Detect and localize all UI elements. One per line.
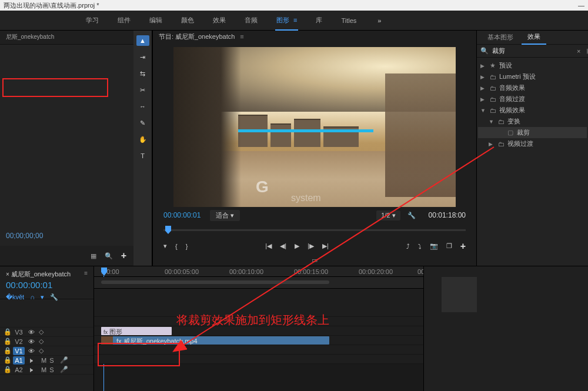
tool-hand[interactable]: ✋ bbox=[136, 134, 149, 145]
mic-icon[interactable]: 🎤 bbox=[60, 356, 68, 364]
add-marker-button[interactable]: ▾ bbox=[163, 242, 167, 250]
lock-icon[interactable]: 🔒 bbox=[4, 347, 9, 355]
clip-graphic[interactable]: fx 图形 bbox=[101, 327, 172, 335]
project-search-icon[interactable]: 🔍 bbox=[105, 252, 113, 260]
lock-icon[interactable]: 🔒 bbox=[4, 328, 9, 336]
track-a1[interactable]: 🔒A1🕨MS🎤 bbox=[0, 356, 93, 365]
play-button[interactable]: ▶ bbox=[295, 242, 299, 250]
mark-out-button[interactable]: } bbox=[186, 243, 188, 250]
toggle-icon[interactable]: ◇ bbox=[39, 328, 44, 336]
lock-icon[interactable]: 🔒 bbox=[4, 366, 9, 373]
program-monitor-panel: 节目: 威尼斯_onekeybatch ≡ G system 00:00:00:… bbox=[153, 31, 476, 266]
lift-button[interactable]: ⤴ bbox=[406, 243, 410, 250]
zoom-fit[interactable]: 适合 ▾ bbox=[210, 210, 240, 221]
minimize-button[interactable]: — bbox=[578, 2, 584, 9]
lock-icon[interactable]: 🔒 bbox=[4, 337, 9, 345]
mute-icon[interactable]: 🕨 bbox=[28, 357, 35, 364]
timeline-timecode[interactable]: 00:00:00:01 bbox=[6, 280, 88, 290]
effects-search-input[interactable] bbox=[492, 48, 573, 55]
mic-icon[interactable]: 🎤 bbox=[60, 366, 68, 373]
monitor-wrap: G system bbox=[153, 44, 476, 207]
scrub-track[interactable] bbox=[163, 229, 466, 231]
workspace-titles[interactable]: Titles bbox=[341, 17, 356, 24]
project-body[interactable]: 00;00;00;00 bbox=[0, 45, 133, 246]
workspace-bar: 学习 组件 编辑 颜色 效果 音频 图形 ≡ 库 Titles » bbox=[0, 11, 588, 31]
step-back-button[interactable]: ◀| bbox=[280, 242, 286, 250]
mark-in-button[interactable]: { bbox=[175, 243, 178, 250]
extract-button[interactable]: ⤵ bbox=[418, 243, 422, 250]
workspace-graphics[interactable]: 图形 ≡ bbox=[276, 16, 297, 25]
workspace-library[interactable]: 库 bbox=[316, 16, 322, 25]
track-v3[interactable]: 🔒V3👁◇ bbox=[0, 327, 93, 337]
audio-meters-panel bbox=[423, 266, 588, 391]
tool-pen[interactable]: ✎ bbox=[136, 118, 149, 128]
comparison-button[interactable]: ❐ bbox=[446, 242, 452, 250]
tab-effects[interactable]: 效果 bbox=[522, 30, 546, 45]
button-editor[interactable]: + bbox=[460, 241, 466, 252]
window-titlebar: 两边出现的动画\直线动画.prproj * — bbox=[0, 0, 588, 11]
tool-slip[interactable]: ↔ bbox=[136, 101, 149, 112]
tree-video-effects[interactable]: ▼🗀视频效果 bbox=[478, 105, 587, 116]
tool-track-select[interactable]: ⇥ bbox=[136, 52, 149, 62]
eye-icon[interactable]: 👁 bbox=[28, 329, 35, 336]
tree-lumetri[interactable]: ▶🗀Lumetri 预设 bbox=[478, 71, 587, 82]
timeline-area[interactable]: :00:00 00:00:05:00 00:00:10:00 00:00:15:… bbox=[94, 266, 423, 391]
tree-video-transitions[interactable]: ▶🗀视频过渡 bbox=[478, 138, 587, 149]
tool-selection[interactable]: ▲ bbox=[136, 35, 149, 46]
workspace-learn[interactable]: 学习 bbox=[86, 16, 99, 25]
program-monitor[interactable]: G system bbox=[173, 47, 456, 207]
a2-lane[interactable] bbox=[94, 355, 423, 364]
clear-search-button[interactable]: × bbox=[577, 48, 580, 55]
watermark-text: system bbox=[291, 193, 321, 203]
a1-lane[interactable] bbox=[94, 345, 423, 355]
workspace-more[interactable]: » bbox=[377, 17, 381, 24]
workspace-edit[interactable]: 编辑 bbox=[149, 16, 162, 25]
clip-video[interactable]: fx 威尼斯_onekeybatch.mp4 bbox=[101, 336, 329, 345]
lower-area: × 威尼斯_onekeybatch 00:00:00:01 �květ ∩ ▾ … bbox=[0, 266, 588, 391]
step-forward-button[interactable]: |▶ bbox=[308, 242, 314, 250]
window-controls: — bbox=[570, 2, 584, 9]
toggle-icon[interactable]: ◇ bbox=[39, 337, 44, 345]
track-v2[interactable]: 🔒V2👁◇ bbox=[0, 337, 93, 346]
eye-icon[interactable]: 👁 bbox=[28, 338, 35, 345]
resolution-select[interactable]: 1/2 ▾ bbox=[376, 210, 400, 220]
v1-lane[interactable]: fx 威尼斯_onekeybatch.mp4 bbox=[94, 336, 423, 345]
timeline-ruler[interactable]: :00:00 00:00:05:00 00:00:10:00 00:00:15:… bbox=[94, 266, 423, 277]
toggle-icon[interactable]: ◇ bbox=[39, 347, 44, 355]
track-a2[interactable]: 🔒A2🕨MS🎤 bbox=[0, 365, 93, 375]
program-header: 节目: 威尼斯_onekeybatch ≡ bbox=[153, 31, 476, 44]
tool-type[interactable]: T bbox=[136, 151, 149, 161]
project-view-icon[interactable]: ▦ bbox=[91, 252, 96, 260]
tool-ripple[interactable]: ⇆ bbox=[136, 68, 149, 79]
tree-audio-effects[interactable]: ▶🗀音频效果 bbox=[478, 82, 587, 93]
tree-transform[interactable]: ▼🗀变换 bbox=[478, 116, 587, 127]
scrub-playhead[interactable] bbox=[165, 226, 171, 234]
tree-crop-effect[interactable]: ▢裁剪 bbox=[478, 127, 587, 138]
project-panel-tab[interactable]: 尼斯_onekeybatch bbox=[0, 31, 133, 45]
tool-razor[interactable]: ✂ bbox=[136, 85, 149, 95]
workspace-assembly[interactable]: 组件 bbox=[118, 16, 131, 25]
export-frame-button[interactable]: 📷 bbox=[430, 242, 438, 250]
workspace-audio[interactable]: 音频 bbox=[245, 16, 258, 25]
workspace-effects[interactable]: 效果 bbox=[213, 16, 226, 25]
workspace-color[interactable]: 颜色 bbox=[181, 16, 194, 25]
workspace-menu-icon: ≡ bbox=[292, 16, 297, 24]
go-to-in-button[interactable]: |◀ bbox=[265, 242, 272, 250]
scrub-bar[interactable] bbox=[153, 224, 476, 236]
safe-margins-icon[interactable]: ▭ bbox=[153, 256, 476, 266]
program-menu-icon[interactable]: ≡ bbox=[240, 33, 243, 40]
current-timecode[interactable]: 00:00:00:01 bbox=[163, 211, 201, 219]
eye-icon[interactable]: 👁 bbox=[28, 347, 35, 355]
tree-audio-transitions[interactable]: ▶🗀音频过渡 bbox=[478, 93, 587, 105]
track-v1[interactable]: 🔒V1👁◇ bbox=[0, 346, 93, 356]
settings-icon[interactable]: 🔧 bbox=[407, 212, 416, 219]
tree-presets[interactable]: ▶★预设 bbox=[478, 60, 587, 71]
timeline-header: × 威尼斯_onekeybatch 00:00:00:01 �květ ∩ ▾ … bbox=[0, 266, 93, 299]
tab-essential-graphics[interactable]: 基本图形 bbox=[482, 31, 519, 44]
go-to-out-button[interactable]: ▶| bbox=[322, 242, 329, 250]
project-add-button[interactable]: + bbox=[121, 250, 126, 261]
timeline-sequence-tab[interactable]: × 威尼斯_onekeybatch bbox=[6, 270, 88, 279]
lock-icon[interactable]: 🔒 bbox=[4, 356, 9, 364]
work-area-bar[interactable] bbox=[94, 277, 423, 289]
mute-icon[interactable]: 🕨 bbox=[28, 366, 35, 373]
